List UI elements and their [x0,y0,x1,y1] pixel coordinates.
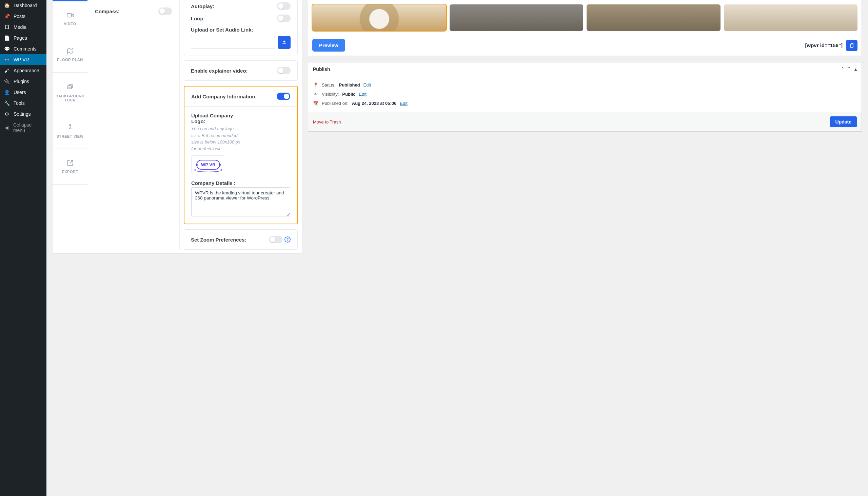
menu-users[interactable]: 👤Users [0,87,46,98]
video-icon [66,12,74,19]
company-logo-preview[interactable]: WP VR [191,155,225,174]
export-icon [67,159,74,167]
compass-toggle[interactable] [158,7,172,15]
menu-appearance[interactable]: 🖌Appearance [0,65,46,76]
help-icon[interactable]: ? [285,236,291,243]
pin-icon: 📌 [3,14,10,19]
menu-pages[interactable]: 📄Pages [0,33,46,43]
autoplay-toggle[interactable] [277,2,291,10]
audio-card: Autoplay: Loop: Upload or Set Audio Link… [184,0,298,55]
company-info-toggle[interactable] [277,93,290,100]
menu-dashboard[interactable]: 🏠Dashboard [0,0,46,11]
company-details-textarea[interactable] [191,187,290,216]
upload-audio-label: Upload or Set Audio Link: [191,27,291,33]
svg-rect-5 [850,44,853,47]
vtab-street-view[interactable]: STREET VIEW [52,113,87,149]
streetview-icon [67,124,74,131]
status-label: Status: [322,82,335,88]
svg-rect-0 [67,14,71,17]
calendar-icon: 📅 [313,101,318,106]
upload-logo-hint: You can add any logo size. But recommend… [191,125,240,152]
copy-shortcode-button[interactable] [846,40,857,51]
published-on-label: Published on: [322,101,349,106]
panel-collapse-icon[interactable]: ▴ [854,66,857,72]
zoom-label: Set Zoom Preferences: [191,237,246,243]
vtab-floor-plan[interactable]: FLOOR PLAN [52,37,87,73]
scene-thumb-3[interactable] [586,4,721,31]
upload-audio-button[interactable] [278,36,291,49]
scene-thumb-2[interactable] [450,4,583,31]
media-icon: 🎞 [3,25,10,30]
upload-logo-label: Upload Company Logo: [191,113,239,124]
company-info-label: Add Company Information: [191,94,257,99]
menu-comments[interactable]: 💬Comments [0,43,46,54]
vr-icon: 👓 [3,57,10,62]
plugin-icon: 🔌 [3,79,10,84]
menu-posts[interactable]: 📌Posts [0,11,46,22]
svg-point-3 [69,124,71,126]
zoom-toggle[interactable] [269,236,283,243]
publish-panel: Publish ˄ ˅ ▴ 📍 Status: Published Edit [308,62,862,131]
visibility-edit-link[interactable]: Edit [359,92,366,97]
explainer-toggle[interactable] [277,67,291,74]
comments-icon: 💬 [3,46,10,51]
pin-icon: 📍 [313,82,318,88]
menu-plugins[interactable]: 🔌Plugins [0,76,46,87]
autoplay-label: Autoplay: [191,3,214,9]
svg-rect-1 [67,86,71,89]
visibility-value: Public [342,92,355,97]
vtab-export[interactable]: EXPORT [52,149,87,185]
users-icon: 👤 [3,90,10,95]
company-details-label: Company Details : [191,180,290,186]
layers-icon [66,84,74,91]
tour-editor-panel: VIDEO FLOOR PLAN BACKGROUND TOUR [52,0,302,253]
brush-icon: 🖌 [3,68,10,73]
menu-settings[interactable]: ⚙Settings [0,109,46,120]
svg-rect-2 [69,84,73,88]
vtab-video[interactable]: VIDEO [52,1,87,37]
collapse-icon: ◀ [3,125,10,130]
loop-label: Loop: [191,16,205,21]
menu-wpvr[interactable]: 👓WP VR [0,54,46,65]
visibility-label: Visibility: [322,92,339,97]
map-icon [66,47,74,55]
preview-button[interactable]: Preview [312,39,345,51]
tools-icon: 🔧 [3,100,10,106]
move-to-trash-link[interactable]: Move to Trash [313,120,341,124]
vtab-background-tour[interactable]: BACKGROUND TOUR [52,73,87,113]
menu-collapse[interactable]: ◀Collapse menu [0,120,46,136]
loop-toggle[interactable] [277,15,291,22]
wp-admin-sidebar: 🏠Dashboard 📌Posts 🎞Media 📄Pages 💬Comment… [0,0,46,267]
pages-icon: 📄 [3,35,10,41]
menu-tools[interactable]: 🔧Tools [0,98,46,109]
svg-rect-4 [283,43,286,44]
audio-link-input[interactable] [191,36,275,49]
explainer-card: Enable explainer video: [184,60,298,81]
panel-up-icon[interactable]: ˄ [841,66,844,72]
scene-thumb-1[interactable] [312,4,446,31]
published-on-value: Aug 24, 2023 at 05:06 [352,101,397,106]
update-button[interactable]: Update [830,117,857,127]
status-edit-link[interactable]: Edit [364,82,371,88]
date-edit-link[interactable]: Edit [400,101,407,106]
scene-thumb-4[interactable] [724,4,858,31]
zoom-card: Set Zoom Preferences: ? [184,229,298,250]
preview-panel: Preview [wpvr id="156"] [308,0,862,56]
dashboard-icon: 🏠 [3,3,10,8]
compass-label: Compass: [95,9,120,14]
shortcode-text: [wpvr id="156"] [805,42,842,48]
status-value: Published [339,82,360,88]
eye-icon: 👁 [313,92,318,97]
settings-icon: ⚙ [3,111,10,117]
company-info-card: Add Company Information: Upload Company … [184,86,298,224]
explainer-label: Enable explainer video: [191,68,248,74]
panel-down-icon[interactable]: ˅ [848,66,850,72]
publish-title: Publish [313,66,330,72]
menu-media[interactable]: 🎞Media [0,22,46,33]
